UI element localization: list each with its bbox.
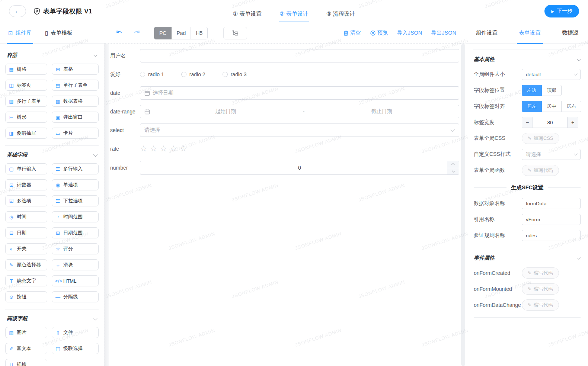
toggle-option[interactable]: 顶部 [541, 85, 562, 96]
star-icon[interactable]: ☆ [170, 144, 177, 154]
widget-item-label: 滑块 [63, 261, 73, 268]
section-header[interactable]: 容器 [7, 52, 96, 59]
toggle-option[interactable]: 居中 [541, 101, 562, 112]
label-width-stepper[interactable]: −80+ [522, 117, 578, 128]
write-code-button[interactable]: ✎编写CSS [522, 133, 559, 144]
date-range-input[interactable]: 起始日期-截止日期 [140, 105, 459, 118]
widget-item-label: 标签页 [17, 82, 31, 89]
widget-item[interactable]: ☰多行输入 [52, 163, 99, 174]
widget-item[interactable]: ▯文件 [52, 327, 99, 338]
device-button-pad[interactable]: Pad [171, 27, 191, 39]
preview-button[interactable]: 预览 [370, 29, 388, 36]
wizard-step-3[interactable]: ③ 流程设计 [326, 10, 356, 22]
device-button-pc[interactable]: PC [154, 27, 172, 39]
settings-input[interactable]: rules [522, 230, 581, 241]
toggle-option[interactable]: 居右 [561, 101, 581, 112]
widget-item[interactable]: ◷时间 [5, 211, 47, 222]
radio-option[interactable]: radio 2 [181, 71, 205, 77]
device-button-h5[interactable]: H5 [191, 27, 208, 39]
star-icon[interactable]: ☆ [140, 144, 147, 154]
widget-item[interactable]: ⊢树形 [5, 112, 47, 123]
write-code-button[interactable]: ✎编写代码 [522, 283, 559, 295]
widget-item[interactable]: T静态文字 [5, 275, 47, 286]
toggle-option[interactable]: 居左 [522, 101, 542, 112]
widget-item-label: HTML [63, 278, 76, 284]
widget-item[interactable]: ◔时间范围 [52, 211, 99, 222]
widget-item[interactable]: ⊔插槽 [5, 359, 47, 366]
calendar-icon [144, 109, 150, 115]
settings-row: onFormMounted✎编写代码 [474, 283, 581, 295]
widget-item[interactable]: ⊡计数器 [5, 179, 47, 190]
settings-section-header[interactable]: 事件属性 [474, 255, 580, 261]
settings-section-header[interactable]: 基本属性 [474, 56, 580, 63]
section-header[interactable]: 基础字段 [7, 152, 96, 158]
star-icon[interactable]: ☆ [160, 144, 167, 154]
stepper-plus-button[interactable]: + [567, 117, 578, 128]
widget-item[interactable]: ↔滑块 [52, 259, 99, 270]
widget-item[interactable]: ⊟日期 [5, 227, 47, 238]
widget-item[interactable]: ⊞表格 [52, 64, 99, 75]
star-icon[interactable]: ☆ [180, 144, 187, 154]
widget-item[interactable]: ▤单行子表单 [52, 80, 99, 91]
widget-item[interactable]: ▭卡片 [52, 128, 99, 139]
widget-item[interactable]: ▢单行输入 [5, 163, 47, 174]
undo-button[interactable] [115, 30, 123, 36]
settings-select[interactable]: 请选择 [522, 149, 581, 160]
widget-item[interactable]: ☳下拉选项 [52, 195, 99, 206]
tab-data-source[interactable]: 数据源 [562, 22, 579, 44]
wizard-step-2[interactable]: ② 表单设计 [279, 10, 309, 22]
widget-item[interactable]: ◨侧滑抽屉 [5, 128, 47, 139]
export-json-button[interactable]: 导出JSON [431, 29, 456, 36]
widget-item[interactable]: ▦栅格 [5, 64, 47, 75]
widget-item[interactable]: ✎颜色选择器 [5, 259, 47, 270]
number-input[interactable]: 0 [140, 161, 459, 175]
redo-button[interactable] [133, 30, 141, 36]
select-input[interactable]: 请选择 [140, 123, 459, 137]
left-tab-component-library[interactable]: ⊡组件库 [8, 22, 32, 44]
text-input[interactable] [140, 49, 459, 62]
import-json-button[interactable]: 导入JSON [397, 29, 422, 36]
next-step-button[interactable]: ▶ 下一步 [544, 5, 579, 17]
star-icon[interactable]: ☆ [150, 144, 157, 154]
rate-stars[interactable]: ☆☆☆☆☆ [140, 142, 459, 155]
canvas-scrollbar[interactable] [461, 44, 465, 366]
widget-item[interactable]: ◐开关 [5, 243, 47, 254]
widget-item[interactable]: ⊞日期范围 [52, 227, 99, 238]
widget-item[interactable]: ☆评分 [52, 243, 99, 254]
spinner-up-button[interactable] [447, 161, 459, 168]
tab-component-settings[interactable]: 组件设置 [476, 22, 498, 44]
spinner-down-button[interactable] [447, 168, 459, 175]
widget-item[interactable]: ◳级联选择 [52, 343, 99, 354]
toggle-option[interactable]: 左边 [522, 85, 542, 96]
date-input[interactable]: 选择日期 [140, 86, 459, 100]
form-canvas[interactable]: 用户名爱好radio 1radio 2radio 3date选择日期date-r… [104, 44, 466, 366]
widget-item[interactable]: ◉单选项 [52, 179, 99, 190]
stepper-minus-button[interactable]: − [522, 117, 533, 128]
write-code-button[interactable]: ✎编写代码 [522, 299, 559, 311]
left-tab-form-template[interactable]: ▯表单模板 [45, 22, 72, 44]
settings-input[interactable]: vForm [522, 214, 581, 225]
widget-item[interactable]: ▥多行子表单 [5, 96, 47, 107]
widget-item[interactable]: —分隔线 [52, 291, 99, 302]
clear-button[interactable]: 清空 [343, 29, 361, 36]
widget-item[interactable]: ⊙按钮 [5, 291, 47, 302]
write-code-button[interactable]: ✎编写代码 [522, 267, 559, 279]
write-code-label: 编写代码 [534, 286, 553, 292]
widget-item[interactable]: </>HTML [52, 275, 99, 286]
settings-input[interactable]: formData [522, 198, 581, 209]
back-button[interactable]: ← [9, 5, 26, 17]
radio-option[interactable]: radio 1 [140, 71, 164, 77]
section-header[interactable]: 高级字段 [7, 315, 96, 322]
settings-select[interactable]: default [522, 69, 581, 80]
wizard-step-1[interactable]: ① 表单设置 [232, 10, 263, 22]
tab-form-settings[interactable]: 表单设置 [519, 22, 541, 44]
widget-item[interactable]: ✐富文本 [5, 343, 47, 354]
widget-item[interactable]: ▣弹出窗口 [52, 112, 99, 123]
widget-item[interactable]: ▧图片 [5, 327, 47, 338]
widget-item[interactable]: ▩数据表格 [52, 96, 99, 107]
widget-item[interactable]: ◫标签页 [5, 80, 47, 91]
widget-item[interactable]: ☑多选项 [5, 195, 47, 206]
outline-tree-button[interactable] [223, 27, 247, 39]
radio-option[interactable]: radio 3 [223, 71, 247, 77]
write-code-button[interactable]: ✎编写代码 [522, 165, 559, 176]
